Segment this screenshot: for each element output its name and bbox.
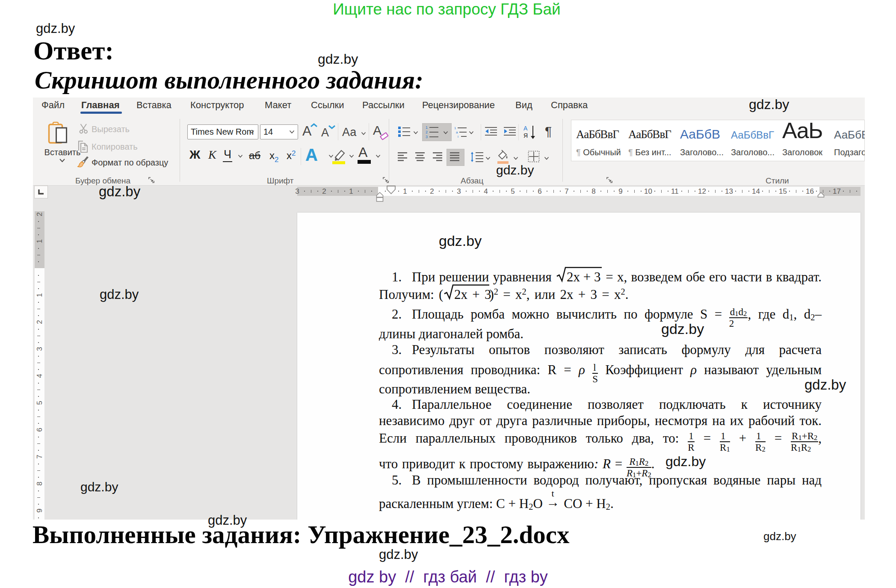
svg-text:2: 2 (426, 130, 428, 134)
svg-text:А: А (523, 125, 528, 132)
svg-text:1: 1 (426, 125, 428, 130)
svg-text:i: i (458, 135, 458, 138)
svg-text:Я: Я (523, 132, 528, 139)
svg-text:2x + 3: 2x + 3 (567, 269, 600, 284)
svg-text:2x + 3: 2x + 3 (454, 287, 491, 302)
svg-text:a: a (456, 130, 458, 134)
svg-text:1: 1 (454, 126, 456, 130)
svg-text:3: 3 (426, 135, 428, 139)
